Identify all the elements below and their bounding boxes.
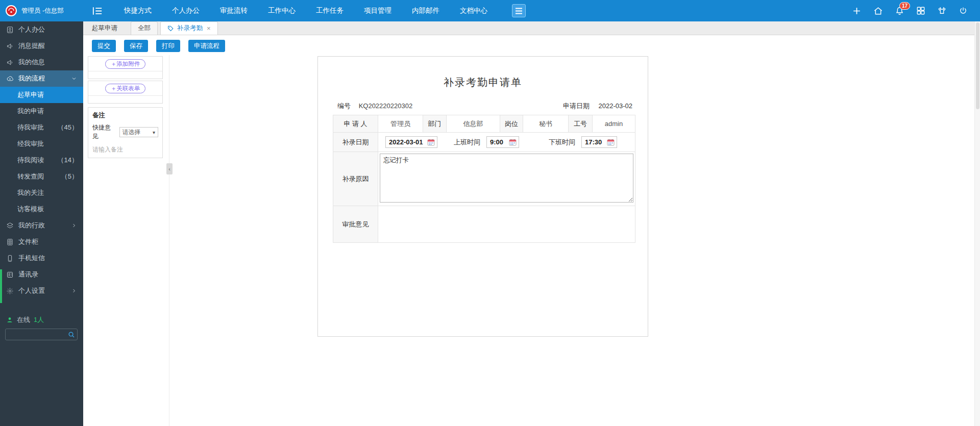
subitem-label: 访客模板 <box>17 205 44 213</box>
quick-opinion-select[interactable]: 请选择 ▾ <box>119 127 158 137</box>
topbar-actions: 17 <box>852 6 968 16</box>
sidebar-item-message-alerts[interactable]: 消息提醒 <box>0 38 83 54</box>
sidebar-item-personal-settings[interactable]: 个人设置 <box>0 283 83 299</box>
attendance-form-table: 申 请 人 管理员 部门 信息部 岗位 秘书 工号 admin 补录日期 <box>333 115 635 243</box>
sidebar-item-personal-office[interactable]: 个人办公 <box>0 21 83 38</box>
calendar-icon[interactable] <box>427 139 435 146</box>
online-count: 1人 <box>34 315 44 324</box>
sidebar-item-contacts[interactable]: 通讯录 <box>0 266 83 283</box>
theme-icon[interactable] <box>937 6 947 16</box>
empno-value: admin <box>593 115 635 133</box>
makeup-date-input[interactable] <box>389 138 426 146</box>
notifications-icon[interactable]: 17 <box>895 6 904 16</box>
sidebar-subitem-visitor-template[interactable]: 访客模板 <box>0 201 83 217</box>
sidebar-subitem-my-applications[interactable]: 我的申请 <box>0 103 83 119</box>
user-area[interactable]: 管理员 -信息部 <box>0 5 83 17</box>
sidebar-item-file-cabinet[interactable]: 文件柜 <box>0 234 83 250</box>
attachments-panel: ＋添加附件 ＋关联表单 备注 快捷意见 请选择 ▾ 请输入备注 <box>83 55 169 426</box>
speaker-icon <box>6 42 14 50</box>
save-button[interactable]: 保存 <box>124 40 148 52</box>
close-tab-icon[interactable]: × <box>207 24 211 32</box>
sidebar-item-sms[interactable]: 手机短信 <box>0 250 83 266</box>
start-time-field <box>486 136 519 148</box>
end-time-label: 下班时间 <box>549 138 575 147</box>
nav-item-work-center[interactable]: 工作中心 <box>258 0 306 21</box>
nav-item-project-management[interactable]: 项目管理 <box>354 0 402 21</box>
start-time-input[interactable] <box>490 138 507 146</box>
sidebar-item-label: 我的流程 <box>18 74 45 83</box>
makeup-date-field <box>385 136 437 148</box>
sidebar-subitem-pending-read[interactable]: 待我阅读（14） <box>0 152 83 168</box>
more-menus-button[interactable] <box>512 4 526 17</box>
sidebar-subitem-approved-by-me[interactable]: 经我审批 <box>0 136 83 152</box>
nav-item-document-center[interactable]: 文档中心 <box>450 0 498 21</box>
id-badge-icon <box>6 26 14 34</box>
chevron-right-icon <box>71 222 77 229</box>
sidebar-scrollbar[interactable] <box>0 269 2 303</box>
layers-icon <box>6 222 14 230</box>
sidebar-subitem-pending-approval[interactable]: 待我审批（45） <box>0 119 83 136</box>
main-content: 起草申请 全部 补录考勤 × 提交 保存 打印 申请流程 ＋添加附件 ＋关联表单… <box>83 21 980 426</box>
add-attachment-button[interactable]: ＋添加附件 <box>105 59 146 69</box>
quick-opinion-label: 快捷意见 <box>92 123 116 141</box>
select-value: 请选择 <box>122 128 141 137</box>
sidebar-subitem-my-follows[interactable]: 我的关注 <box>0 185 83 201</box>
sidebar-subitem-forward-review[interactable]: 转发查阅（5） <box>0 168 83 185</box>
nav-item-personal-office[interactable]: 个人办公 <box>162 0 210 21</box>
reason-label: 补录原因 <box>333 152 378 206</box>
home-icon[interactable] <box>873 6 883 16</box>
post-label: 岗位 <box>500 115 523 133</box>
nav-item-work-tasks[interactable]: 工作任务 <box>306 0 354 21</box>
form-number-label: 编号 <box>337 102 351 110</box>
start-time-label: 上班时间 <box>454 138 480 147</box>
form-number-value: KQ202220220302 <box>359 102 413 110</box>
submit-button[interactable]: 提交 <box>92 40 116 52</box>
sidebar-item-my-info[interactable]: 我的信息 <box>0 54 83 70</box>
calendar-icon[interactable] <box>607 139 615 146</box>
power-icon[interactable] <box>959 6 968 15</box>
link-form-button[interactable]: ＋关联表单 <box>105 84 146 93</box>
approval-label: 审批意见 <box>333 206 378 243</box>
nav-item-internal-mail[interactable]: 内部邮件 <box>402 0 450 21</box>
sidebar-toggle-icon[interactable] <box>92 7 103 15</box>
print-button[interactable]: 打印 <box>156 40 180 52</box>
current-user-label: 管理员 -信息部 <box>21 7 64 15</box>
subitem-label: 转发查阅 <box>17 172 44 180</box>
sidebar-item-label: 个人设置 <box>18 286 45 295</box>
sidebar-item-label: 消息提醒 <box>18 41 45 51</box>
search-icon[interactable] <box>68 331 75 338</box>
count-badge: （5） <box>61 168 78 185</box>
chevron-right-icon <box>71 288 77 294</box>
sidebar-item-my-process[interactable]: 我的流程 <box>0 70 83 87</box>
subitem-label: 待我阅读 <box>17 156 44 164</box>
online-user-icon <box>6 316 13 323</box>
empno-label: 工号 <box>569 115 593 133</box>
tab-all[interactable]: 全部 <box>131 21 158 35</box>
nav-item-shortcuts[interactable]: 快捷方式 <box>114 0 162 21</box>
tab-makeup-attendance[interactable]: 补录考勤 × <box>160 21 218 35</box>
reason-textarea[interactable]: 忘记打卡 <box>380 154 633 203</box>
applicant-value: 管理员 <box>378 115 423 133</box>
apply-flow-button[interactable]: 申请流程 <box>188 40 225 52</box>
scrollbar-thumb[interactable] <box>976 22 979 109</box>
sidebar-item-my-admin[interactable]: 我的行政 <box>0 217 83 234</box>
search-input[interactable] <box>6 331 68 338</box>
add-icon[interactable] <box>852 6 862 16</box>
contact-card-icon <box>6 271 14 279</box>
end-time-input[interactable] <box>585 138 605 146</box>
subitem-label: 待我审批 <box>17 123 44 131</box>
subitem-label: 起草申请 <box>17 91 44 98</box>
linked-form-box: ＋关联表单 <box>88 81 163 104</box>
top-nav: 快捷方式 个人办公 审批流转 工作中心 工作任务 项目管理 内部邮件 文档中心 <box>114 0 498 21</box>
sidebar-item-label: 个人办公 <box>18 25 45 34</box>
panel-collapse-handle[interactable]: ‹ <box>166 163 173 174</box>
remark-placeholder[interactable]: 请输入备注 <box>92 145 158 154</box>
my-process-submenu: 起草申请 我的申请 待我审批（45） 经我审批 待我阅读（14） 转发查阅（5）… <box>0 87 83 217</box>
apps-grid-icon[interactable] <box>916 6 925 15</box>
tab-bar: 起草申请 全部 补录考勤 × <box>83 21 980 35</box>
count-badge: （45） <box>58 119 78 136</box>
sidebar-subitem-draft-application[interactable]: 起草申请 <box>0 87 83 103</box>
calendar-icon[interactable] <box>509 139 517 146</box>
chevron-down-icon: ▾ <box>153 130 155 135</box>
nav-item-approval-flow[interactable]: 审批流转 <box>210 0 258 21</box>
